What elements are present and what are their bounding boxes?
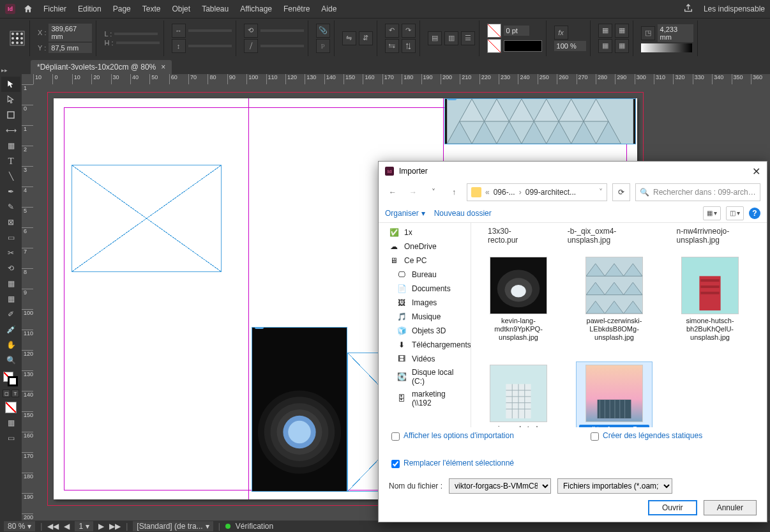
folder-tree[interactable]: ✅1x☁OneDrive🖥Ce PC🖵Bureau📄Documents🖼Imag… [379,223,471,427]
screen-mode-icon[interactable]: ▭ [1,430,20,446]
organize-button[interactable]: Organiser▾ [385,209,425,218]
menu-fenêtre[interactable]: Fenêtre [283,4,310,13]
ref-point-icon[interactable] [9,30,26,47]
file-item[interactable]: kevin-lang-mdtkn9YpKPQ-unsplash.jpg [480,254,557,345]
rectangle-tool-icon[interactable]: ▭ [1,230,20,245]
nav-back-icon[interactable]: ← [385,185,400,200]
fill-swatch[interactable] [487,24,501,38]
menu-affichage[interactable]: Affichage [240,4,272,13]
transform-tool-icon[interactable]: ⟲ [1,261,20,276]
tree-item[interactable]: ☁OneDrive [379,239,471,254]
master-field[interactable]: [Standard] (de tra... ▾ [133,521,213,531]
replace-selected-checkbox[interactable]: Remplacer l'élément sélectionné [391,459,514,468]
menu-edition[interactable]: Edition [78,4,102,13]
open-button[interactable]: Ouvrir [648,500,697,515]
wrap2-icon[interactable]: ▦ [615,24,629,38]
tree-item[interactable]: 💽Disque local (C:) [379,366,471,388]
preview-pane-button[interactable]: ◫ ▾ [726,206,744,220]
close-icon[interactable]: × [161,63,165,72]
file-item[interactable]: simone-hutsch-RT4O9jWkZik-unsplash.jpg [480,361,557,427]
menu-aide[interactable]: Aide [321,4,336,13]
rot90cw-icon[interactable]: ↷ [402,24,416,38]
tree-item[interactable]: ⬇Téléchargements [379,338,471,352]
gradient-feather-icon[interactable]: ▦ [1,291,20,307]
stroke-style[interactable] [504,40,542,52]
file-item[interactable]: simone-hutsch-bh2BuKhQelU-unsplash.jpg [672,254,748,345]
stroke-swatch[interactable] [487,39,501,53]
home-icon[interactable] [23,4,33,14]
file-item[interactable]: viktor-forgacs-B-VMmC8MIMQ-unsplash.jpg [576,361,653,427]
share-icon[interactable] [683,3,693,15]
image-frame-triangles[interactable] [444,98,636,144]
content-collector-icon[interactable]: ▦ [1,138,20,153]
stroke-weight[interactable]: 0 pt [504,26,529,36]
tree-item[interactable]: 📄Documents [379,282,471,296]
type-tool-icon[interactable]: T [1,153,20,169]
tree-item[interactable]: ✅1x [379,225,471,239]
cancel-button[interactable]: Annuler [704,500,757,515]
filetype-select[interactable]: Fichiers importables (*.oam;*.ir [557,478,672,494]
scale-y-icon[interactable]: ↕ [172,39,186,53]
w-input[interactable] [114,33,158,35]
eyedropper-tool-icon[interactable]: 💉 [1,322,20,337]
format-toggle-icon[interactable]: T [11,390,19,397]
nav-up-icon[interactable]: ↑ [446,185,462,200]
zoom-tool-icon[interactable]: 🔍 [1,353,20,368]
tree-item[interactable]: 🖼Images [379,296,471,310]
rotate-icon[interactable]: ⟲ [244,24,258,38]
rot90ccw-icon[interactable]: ↶ [385,24,399,38]
apply-color-icon[interactable] [1,400,20,415]
refresh-icon[interactable]: ⟳ [612,183,630,201]
pen-tool-icon[interactable]: ✒ [1,184,20,199]
new-folder-button[interactable]: Nouveau dossier [434,209,492,218]
gradient-swatch-icon[interactable]: ▦ [1,276,20,291]
create-captions-checkbox[interactable]: Créer des légendes statiques [591,431,702,441]
page-field[interactable]: 1 ▾ [75,521,93,531]
image-frame-empty[interactable] [72,165,222,272]
fx-icon[interactable]: fx [554,26,568,40]
menu-fichier[interactable]: Fichier [43,4,66,13]
tree-item[interactable]: 🗄marketing (\\192 [379,388,471,409]
filename-input[interactable]: viktor-forgacs-B-VMmC8MI [449,478,551,494]
fill-stroke-swatch[interactable] [3,372,19,387]
menu-tableau[interactable]: Tableau [202,4,229,13]
wrap4-icon[interactable]: ▦ [615,39,629,53]
menu-texte[interactable]: Texte [142,4,161,13]
align-dist-icon[interactable]: ☰ [461,31,475,45]
default-fs-icon[interactable]: ◻ [3,390,10,397]
document-tab[interactable]: *Dépliant-3volets-10x20cm @ 80% × [31,60,172,74]
y-input[interactable]: 87,5 mm [49,43,92,53]
wrap1-icon[interactable]: ▦ [598,24,612,38]
close-icon[interactable]: ✕ [752,165,760,178]
line-tool-icon[interactable]: ╲ [1,169,20,184]
direct-select-tool-icon[interactable] [1,92,20,107]
shear-icon[interactable]: ⧸ [244,39,258,53]
align-right-icon[interactable]: ▥ [444,31,458,45]
view-mode-icon[interactable]: ▦ [1,415,20,430]
x-input[interactable]: 389,667 mm [49,24,92,42]
image-frame-tunnel[interactable] [252,327,347,492]
rectangle-frame-icon[interactable]: ⊠ [1,215,20,230]
gradient-preview[interactable] [641,43,692,52]
menu-page[interactable]: Page [113,4,131,13]
flip-v-icon[interactable]: ⇵ [359,31,373,45]
tree-item[interactable]: 🎞Vidéos [379,352,471,366]
file-grid[interactable]: 13x30-recto.pur-b-_qix_oxm4-unsplash.jpg… [471,223,767,427]
page-prev-icon[interactable]: ◀◀ [47,522,59,531]
workspace-switcher[interactable]: Les indispensable [704,4,765,13]
tree-item[interactable]: 🖥Ce PC [379,254,471,268]
scissors-tool-icon[interactable]: ✂ [1,245,20,261]
flip-icon[interactable]: ⮀ [385,39,399,53]
corner-icon[interactable]: ◳ [641,26,655,40]
nav-recent-icon[interactable]: ˅ [426,185,441,200]
clip-icon[interactable]: 📎 [316,24,330,38]
page-tool-icon[interactable] [1,107,20,123]
hand-tool-icon[interactable]: ✋ [1,337,20,353]
view-mode-button[interactable]: ▦ ▾ [703,206,721,220]
selection-tool-icon[interactable] [1,77,20,92]
breadcrumb[interactable]: « 096-... › 099-architect... ˅ [467,183,607,201]
tree-item[interactable]: 🖵Bureau [379,268,471,282]
flip-h-icon[interactable]: ⇋ [342,31,356,45]
scale-x-icon[interactable]: ↔ [172,24,186,38]
page-prev1-icon[interactable]: ◀ [64,522,70,531]
